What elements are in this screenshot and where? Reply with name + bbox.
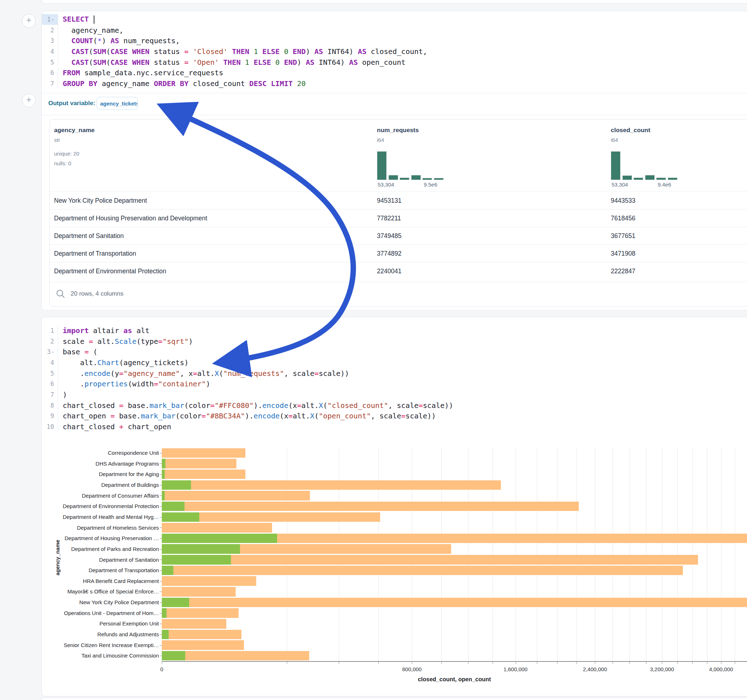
line-number: 2 [42, 25, 58, 36]
column-header[interactable]: closed_count [611, 127, 650, 134]
code-line: 6FROM sample_data.nyc.service_requests [42, 67, 747, 78]
text-cursor [94, 15, 94, 24]
column-meta: unique: 20 [54, 151, 79, 157]
table-cell: 3677651 [611, 227, 635, 245]
column-type: i64 [611, 137, 618, 143]
histogram-bar [389, 175, 398, 180]
code-text: FROM sample_data.nyc.service_requests [58, 68, 224, 77]
code-line: 10chart_closed + chart_open [42, 421, 747, 432]
histogram-max-label: 9.5e6 [424, 181, 437, 188]
previous-cell-edge [41, 0, 747, 4]
chevron-down-icon[interactable]: ⌄ [51, 348, 54, 354]
code-line: 2 agency_name, [42, 25, 747, 36]
line-number: 4 [42, 46, 58, 57]
column-histogram[interactable] [377, 151, 445, 180]
column-type: i64 [377, 137, 384, 143]
code-line: 8chart_closed = base.mark_bar(color="#FF… [42, 400, 747, 411]
code-line: 4 alt.Chart(agency_tickets) [42, 357, 747, 368]
table-cell: Department of Housing Preservation and D… [54, 210, 207, 227]
histogram-bar [622, 175, 632, 180]
line-number: 4 [42, 357, 58, 368]
line-number[interactable]: 3⌄ [42, 346, 58, 357]
chevron-down-icon[interactable]: ⌄ [51, 16, 54, 21]
table-row[interactable]: New York City Police Department945313194… [50, 192, 747, 210]
output-variable-label: Output variable: [48, 100, 95, 107]
code-text: CAST(SUM(CASE WHEN status = 'Open' THEN … [58, 58, 405, 66]
histogram-bar [434, 178, 444, 180]
code-text: GROUP BY agency_name ORDER BY closed_cou… [58, 79, 305, 88]
line-number: 2 [42, 336, 58, 347]
code-text: .properties(width="container") [58, 380, 210, 388]
line-number[interactable]: 1⌄ [42, 14, 58, 25]
histogram-min-label: 53,304 [611, 181, 628, 188]
code-line: 5 .encode(y="agency_name", x=alt.X("num_… [42, 368, 747, 379]
line-number: 5 [42, 57, 58, 68]
column-header[interactable]: agency_name [54, 127, 94, 134]
code-text: base = ( [58, 347, 97, 356]
code-text: .encode(y="agency_name", x=alt.X("num_re… [58, 369, 349, 378]
histogram-bar [422, 178, 432, 180]
table-cell: 9453131 [377, 192, 401, 210]
table-cell: 3774892 [377, 245, 401, 262]
table-cell: 2222847 [611, 262, 635, 280]
next-cell-edge [41, 697, 747, 700]
code-line: 3⌄base = ( [42, 346, 747, 357]
code-text: scale = alt.Scale(type="sqrt") [58, 337, 193, 345]
line-number: 6 [42, 379, 58, 389]
histogram-max-label: 9.4e6 [658, 181, 671, 188]
column-header[interactable]: num_requests [377, 127, 419, 134]
python-code-editor[interactable]: 1import altair as alt2scale = alt.Scale(… [42, 325, 747, 432]
code-text: ) [58, 390, 67, 399]
table-cell: 7618456 [611, 210, 635, 227]
histogram-bar [645, 175, 655, 180]
divider [42, 115, 747, 115]
code-text: agency_name, [58, 26, 124, 35]
line-number: 7 [42, 78, 58, 89]
sql-code-editor[interactable]: 1⌄SELECT 2 agency_name,3 COUNT(*) AS num… [42, 14, 747, 89]
table-cell: 9443533 [611, 192, 635, 210]
column-histogram[interactable] [611, 151, 679, 180]
code-text: import altair as alt [58, 326, 150, 335]
code-line: 4 CAST(SUM(CASE WHEN status = 'Closed' T… [42, 46, 747, 57]
result-table: agency_namestrunique: 20nulls: 0num_requ… [49, 119, 747, 306]
table-cell: 7782211 [377, 210, 401, 227]
code-line: 7) [42, 389, 747, 400]
table-cell: Department of Transportation [54, 245, 136, 262]
code-line: 9chart_open = base.mark_bar(color="#8BC3… [42, 411, 747, 422]
code-text: alt.Chart(agency_tickets) [58, 358, 189, 367]
notebook-page: + + 1⌄SELECT 2 agency_name,3 COUNT(*) AS… [0, 0, 747, 700]
line-number: 7 [42, 389, 58, 400]
code-line: 2scale = alt.Scale(type="sqrt") [42, 336, 747, 347]
histogram-bar [656, 178, 666, 180]
line-number: 9 [42, 411, 58, 422]
code-text: COUNT(*) AS num_requests, [58, 36, 180, 45]
code-line: 5 CAST(SUM(CASE WHEN status = 'Open' THE… [42, 57, 747, 68]
code-text: chart_closed + chart_open [58, 422, 171, 431]
table-cell: Department of Sanitation [54, 227, 124, 245]
table-row[interactable]: Department of Sanitation37494853677651 [50, 227, 747, 245]
add-cell-button[interactable]: + [22, 14, 36, 28]
sql-cell-card: 1⌄SELECT 2 agency_name,3 COUNT(*) AS num… [41, 11, 747, 311]
table-row[interactable]: Department of Environmental Protection22… [50, 262, 747, 280]
python-cell-card: 1import altair as alt2scale = alt.Scale(… [41, 317, 747, 696]
add-cell-button[interactable]: + [22, 94, 36, 107]
search-icon[interactable] [56, 289, 66, 299]
table-row[interactable]: Department of Housing Preservation and D… [50, 209, 747, 227]
table-row[interactable]: Department of Transportation377489234719… [50, 244, 747, 262]
code-line: 1import altair as alt [42, 325, 747, 336]
histogram-bar [668, 178, 677, 180]
table-footer: 20 rows, 4 columns [50, 282, 747, 306]
code-line: 7GROUP BY agency_name ORDER BY closed_co… [42, 78, 747, 89]
line-number: 5 [42, 368, 58, 379]
code-text: chart_closed = base.mark_bar(color="#FFC… [58, 401, 453, 410]
column-meta: nulls: 0 [54, 160, 71, 166]
table-cell: Department of Environmental Protection [54, 262, 166, 280]
output-variable-pill[interactable]: agency_tickets [97, 97, 138, 110]
code-line: 1⌄SELECT [42, 14, 747, 25]
table-cell: 3749485 [377, 227, 401, 245]
column-type: str [54, 137, 60, 143]
line-number: 1 [42, 325, 58, 336]
code-text: chart_open = base.mark_bar(color="#8BC34… [58, 412, 436, 420]
code-text: CAST(SUM(CASE WHEN status = 'Closed' THE… [58, 47, 427, 56]
code-line: 6 .properties(width="container") [42, 379, 747, 389]
